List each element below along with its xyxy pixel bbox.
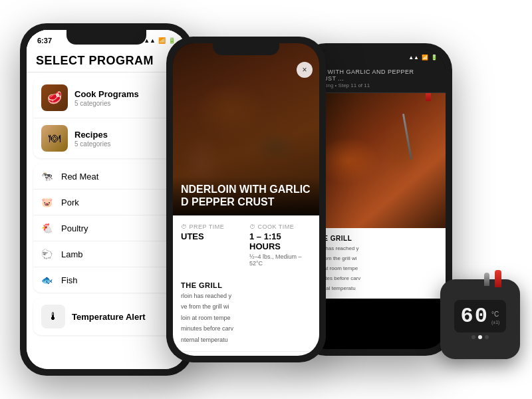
recipe-title-overlay: NDERLOIN WITH GARLIC D PEPPER CRUST [173,176,319,215]
header-title: SELECT PROGRAM [36,54,154,68]
header-bar: SELECT PROGRAM × [27,49,186,72]
phone-2-screen: × NDERLOIN WITH GARLIC D PEPPER CRUST ⏱ … [173,43,319,356]
probe-red [426,93,431,101]
prep-time-value: UTES [181,231,243,242]
p3-step: Cooking • Step 11 of 11 [314,82,438,88]
notch-2 [213,43,279,55]
cat-item-fish[interactable]: 🐟 Fish › [33,267,180,293]
p3-main-content: THE GRILL rloin has reached y ve from th… [306,228,446,299]
cook-time-value: 1 – 1:15 HOURS [249,231,311,252]
main-menu-list: 🥩 Cook Programs 5 categories › 🍽 Recipes… [33,78,180,158]
poultry-label: Poultry [61,223,169,233]
recipes-thumb: 🍽 [41,125,68,152]
temp-alert-section: 🌡 Temperature Alert › [33,298,180,335]
grill-text-2: ve from the grill wi [181,303,311,311]
red-meat-label: Red Meat [61,172,169,182]
screen-3-content: ▲▲ 📶 🔋 OIN WITH GARLIC AND PEPPER CRUST … [306,50,446,349]
cook-time-label: ⏱ COOK TIME [249,223,311,230]
lamb-label: Lamb [61,249,169,259]
screen-1-content: 6:37 ▲▲▲ 📶 🔋 SELECT PROGRAM × [27,30,186,369]
phone-1-screen: 6:37 ▲▲▲ 📶 🔋 SELECT PROGRAM × [27,30,186,369]
temp-alert-text: Temperature Alert [72,312,169,322]
cat-item-pork[interactable]: 🐷 Pork › [33,190,180,215]
cook-programs-title: Cook Programs [74,89,169,99]
cook-programs-sub: 5 categories [74,100,169,107]
cat-item-red-meat[interactable]: 🐄 Red Meat › [33,164,180,190]
recipe-title-line1: NDERLOIN WITH GARLIC [181,183,311,196]
grill-text-5: nternal temperatu [181,336,311,344]
recipes-sub: 5 categories [74,140,169,148]
grill-text-3: loin at room tempe [181,314,311,323]
p3-food-image [306,93,446,228]
p3-section-title: THE GRILL [314,235,438,242]
prep-time-label: ⏱ PREP TIME [181,223,243,230]
p3-text-2: loin at room tempe [314,265,438,272]
cook-programs-thumb: 🥩 [41,84,68,111]
p3-top-bar: OIN WITH GARLIC AND PEPPER CRUST ... Coo… [306,65,446,93]
recipe-title-line2: D PEPPER CRUST [181,196,311,208]
phone-3-screen: ▲▲ 📶 🔋 OIN WITH GARLIC AND PEPPER CRUST … [306,50,446,349]
lamb-icon: 🐑 [41,249,56,259]
cat-item-lamb[interactable]: 🐑 Lamb › [33,241,180,267]
p3-battery: 🔋 [431,55,438,61]
recipes-title: Recipes [74,130,169,140]
fish-icon: 🐟 [41,275,56,285]
recipe-info-row: ⏱ PREP TIME UTES ⏱ COOK TIME 1 – 1:15 HO… [173,215,319,275]
thermo-unit-block: °C (±1) [491,307,499,325]
cat-item-poultry[interactable]: 🐔 Poultry › [33,215,180,241]
thermo-unit: °C [491,311,499,318]
p3-text-3: minutes before carv [314,275,438,282]
p3-text-1: ve from the grill wi [314,255,438,262]
thermo-dot-1 [471,335,475,339]
thermo-indicator-dots [471,335,489,339]
thermo-dot-3 [485,335,489,339]
grill-text-1: rloin has reached y [181,292,311,301]
thermo-number: 60 [461,304,489,329]
recipes-text: Recipes 5 categories [74,130,169,148]
red-meat-icon: 🐄 [41,171,56,182]
cook-clock-icon: ⏱ [249,223,256,230]
notch-1 [66,30,146,45]
thermo-dot-2 [478,335,482,339]
scene: 6:37 ▲▲▲ 📶 🔋 SELECT PROGRAM × [0,0,532,399]
cook-programs-text: Cook Programs 5 categories [74,89,169,107]
notch-3 [346,50,406,61]
p3-wifi: 📶 [422,55,428,61]
cook-time-block: ⏱ COOK TIME 1 – 1:15 HOURS ½–4 lbs., Med… [249,223,311,267]
screen-2-content: × NDERLOIN WITH GARLIC D PEPPER CRUST ⏱ … [173,43,319,356]
phone-2: × NDERLOIN WITH GARLIC D PEPPER CRUST ⏱ … [166,37,326,362]
thermo-display: 60 °C (±1) [454,300,507,332]
prep-time-block: ⏱ PREP TIME UTES [181,223,243,267]
cook-info-sub: ½–4 lbs., Medium – 52°C [249,253,311,267]
poultry-icon: 🐔 [41,223,56,233]
menu-item-cook-programs[interactable]: 🥩 Cook Programs 5 categories › [33,78,180,118]
menu-item-recipes[interactable]: 🍽 Recipes 5 categories › [33,118,180,158]
probe-gray [402,114,412,160]
thermo-sub-unit: (±1) [491,320,499,325]
fish-label: Fish [61,275,169,285]
clock-icon: ⏱ [181,223,188,230]
grill-title: THE GRILL [181,281,311,289]
status-time: 6:37 [37,37,52,45]
grill-section: THE GRILL rloin has reached y ve from th… [173,275,319,351]
thermo-probe-gray [484,273,489,286]
thermo-probe-red [495,270,501,287]
grill-text-4: minutes before carv [181,325,311,333]
temp-alert-item[interactable]: 🌡 Temperature Alert › [33,298,180,335]
p3-recipe-name: OIN WITH GARLIC AND PEPPER CRUST ... [314,68,438,82]
category-list: 🐄 Red Meat › 🐷 Pork › 🐔 Poultry › [33,164,180,293]
pork-label: Pork [61,198,169,207]
temp-alert-title: Temperature Alert [72,312,169,322]
food-image: × NDERLOIN WITH GARLIC D PEPPER CRUST [173,43,319,215]
temp-alert-thumb: 🌡 [41,305,65,329]
p3-text-0: rloin has reached y [314,245,438,252]
temp-row: 52°C Change [173,351,319,356]
p3-signal: ▲▲ [408,55,419,61]
pork-icon: 🐷 [41,197,56,207]
thermometer-device: 60 °C (±1) [440,279,520,359]
p3-text-4: nternal temperatu [314,285,438,292]
dismiss-button[interactable]: × [297,62,313,78]
wifi-icon: 📶 [158,37,166,44]
